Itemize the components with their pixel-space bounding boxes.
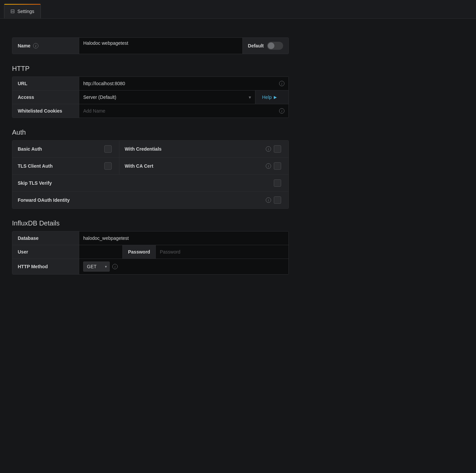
http-field-table: URL i Access Server (Default) Browser (D… — [12, 76, 289, 118]
url-row: URL i — [12, 77, 288, 91]
help-arrow-icon: ▶ — [274, 95, 277, 100]
with-ca-cert-cell: With CA Cert i — [119, 158, 288, 174]
default-toggle[interactable] — [267, 42, 283, 50]
name-input-cell — [79, 38, 242, 54]
auth-row-2: TLS Client Auth With CA Cert i — [12, 158, 288, 175]
access-row: Access Server (Default) Browser (Direct)… — [12, 91, 288, 104]
database-label: Database — [12, 231, 79, 245]
http-method-label: HTTP Method — [12, 259, 79, 274]
auth-grid: Basic Auth With Credentials i TLS Client… — [12, 140, 289, 209]
http-section-title: HTTP — [12, 65, 289, 72]
forward-oauth-label: Forward OAuth Identity — [18, 197, 263, 203]
with-ca-cert-checkbox[interactable] — [274, 162, 281, 170]
url-label: URL — [12, 77, 79, 90]
name-info-icon[interactable]: i — [33, 43, 38, 48]
basic-auth-cell: Basic Auth — [12, 141, 119, 157]
tls-auth-cell: TLS Client Auth — [12, 158, 119, 174]
skip-tls-label: Skip TLS Verify — [18, 180, 271, 186]
method-select[interactable]: GET POST — [83, 262, 110, 272]
auth-row-4: Forward OAuth Identity i — [12, 192, 288, 208]
with-ca-cert-label: With CA Cert — [125, 163, 263, 169]
auth-row-1: Basic Auth With Credentials i — [12, 141, 288, 158]
password-input-cell — [156, 245, 288, 259]
access-select-wrapper: Server (Default) Browser (Direct) ▾ — [79, 91, 255, 104]
method-info-icon[interactable]: i — [112, 264, 118, 269]
help-label: Help — [262, 95, 272, 100]
basic-auth-label: Basic Auth — [18, 146, 102, 152]
name-input[interactable] — [83, 40, 238, 46]
url-info-icon[interactable]: i — [279, 81, 284, 86]
user-input[interactable] — [83, 249, 118, 255]
settings-tab[interactable]: ⊟ Settings — [4, 4, 41, 18]
cookies-input[interactable] — [83, 108, 276, 114]
settings-sliders-icon: ⊟ — [10, 8, 15, 14]
tls-auth-checkbox[interactable] — [104, 162, 112, 170]
with-ca-cert-info-icon[interactable]: i — [266, 163, 271, 169]
with-credentials-cell: With Credentials i — [119, 141, 288, 157]
tls-auth-label: TLS Client Auth — [18, 163, 102, 169]
influxdb-table: Database User Password HTTP Metho — [12, 231, 289, 275]
cookies-label: Whitelisted Cookies — [12, 104, 79, 118]
influxdb-section-title: InfluxDB Details — [12, 219, 289, 227]
with-credentials-checkbox[interactable] — [274, 145, 281, 153]
default-label: Default — [248, 43, 264, 48]
default-cell: Default — [242, 38, 288, 54]
skip-tls-cell: Skip TLS Verify — [12, 175, 288, 191]
password-label: Password — [123, 245, 156, 259]
auth-row-3: Skip TLS Verify — [12, 175, 288, 192]
forward-oauth-cell: Forward OAuth Identity i — [12, 192, 288, 208]
password-input[interactable] — [160, 249, 284, 255]
database-row: Database — [12, 231, 288, 245]
user-password-row: User Password — [12, 245, 288, 259]
name-row: Name i Default — [12, 37, 289, 54]
url-input[interactable] — [83, 81, 276, 86]
forward-oauth-info-icon[interactable]: i — [266, 197, 271, 203]
http-method-row: HTTP Method GET POST ▾ i — [12, 259, 288, 274]
auth-section-title: Auth — [12, 129, 289, 136]
basic-auth-checkbox[interactable] — [104, 145, 112, 153]
database-value-cell — [79, 231, 288, 245]
with-credentials-info-icon[interactable]: i — [266, 146, 271, 152]
forward-oauth-checkbox[interactable] — [274, 196, 281, 204]
skip-tls-checkbox[interactable] — [274, 179, 281, 187]
access-label: Access — [12, 91, 79, 104]
database-input[interactable] — [83, 235, 284, 241]
cookies-info-icon[interactable]: i — [279, 108, 284, 114]
user-label: User — [12, 245, 79, 259]
settings-tab-label: Settings — [17, 9, 34, 14]
name-label: Name — [18, 43, 30, 48]
cookies-row: Whitelisted Cookies i — [12, 104, 288, 118]
cookies-value-cell: i — [79, 104, 288, 118]
user-input-cell — [79, 245, 123, 259]
access-select[interactable]: Server (Default) Browser (Direct) — [79, 91, 255, 104]
name-label-cell: Name i — [12, 38, 79, 54]
url-value-cell: i — [79, 77, 288, 90]
tab-bar: ⊟ Settings — [0, 0, 476, 19]
main-content: Name i Default HTTP URL i — [0, 19, 301, 295]
http-method-value-cell: GET POST ▾ i — [79, 259, 288, 274]
with-credentials-label: With Credentials — [125, 146, 263, 152]
help-button[interactable]: Help ▶ — [255, 91, 288, 104]
method-select-wrapper: GET POST ▾ — [83, 262, 110, 272]
